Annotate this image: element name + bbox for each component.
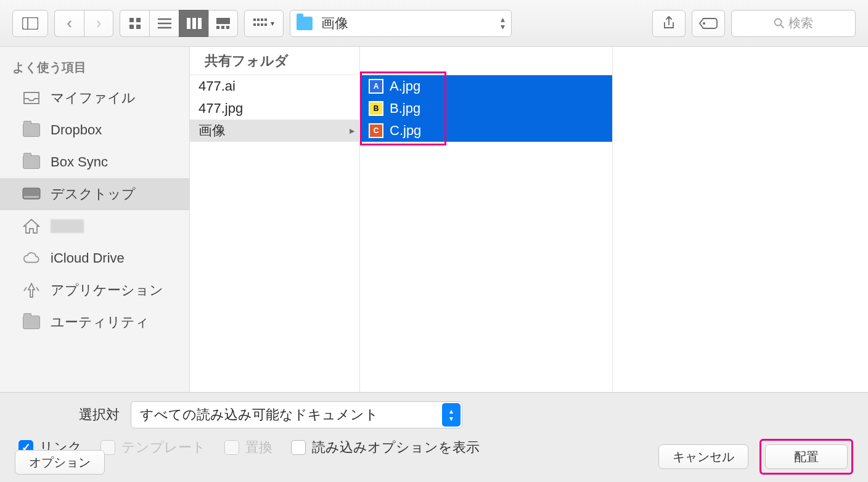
column-browser: 共有フォルダ 477.ai 477.jpg 画像 A A.jpg B B.jpg… <box>190 47 868 392</box>
chevron-right-icon: › <box>96 14 102 33</box>
list-icon <box>158 18 171 29</box>
svg-rect-16 <box>253 18 256 21</box>
tray-icon <box>22 90 41 106</box>
sidebar-toggle-button[interactable] <box>12 10 48 37</box>
sidebar-item-applications[interactable]: アプリケーション <box>0 274 189 306</box>
column-2: A A.jpg B B.jpg C C.jpg <box>360 47 613 392</box>
svg-rect-23 <box>264 23 267 26</box>
cloud-icon <box>22 250 41 266</box>
sidebar-item-label: ユーティリティ <box>51 313 149 332</box>
svg-line-26 <box>781 25 784 28</box>
file-type-select[interactable]: すべての読み込み可能なドキュメント ▴▾ <box>131 401 462 428</box>
sidebar-item-myfiles[interactable]: マイファイル <box>0 82 189 114</box>
column-1: 共有フォルダ 477.ai 477.jpg 画像 <box>190 47 360 392</box>
svg-rect-15 <box>226 26 229 29</box>
home-icon <box>22 218 41 234</box>
folder-icon <box>297 17 313 30</box>
sidebar: よく使う項目 マイファイル Dropbox Box Sync デスクトップ iC… <box>0 47 190 392</box>
sidebar-item-label: デスクトップ <box>51 185 136 203</box>
cancel-button[interactable]: キャンセル <box>658 444 748 469</box>
column-3 <box>613 47 868 392</box>
svg-rect-0 <box>23 17 38 29</box>
image-thumb-icon: B <box>369 101 383 116</box>
sidebar-item-desktop[interactable]: デスクトップ <box>0 178 189 210</box>
icon-view-button[interactable] <box>120 10 149 37</box>
file-name: A.jpg <box>390 78 420 94</box>
file-name: C.jpg <box>390 123 421 139</box>
tags-button[interactable] <box>692 10 725 37</box>
place-button-label: 配置 <box>794 449 819 465</box>
grid-icon <box>129 17 141 30</box>
path-bar[interactable]: 画像 ▴▾ <box>290 10 512 37</box>
sidebar-icon <box>22 17 38 30</box>
gallery-view-button[interactable] <box>208 10 238 37</box>
svg-rect-4 <box>129 25 134 29</box>
applications-icon <box>22 282 41 298</box>
sidebar-item-dropbox[interactable]: Dropbox <box>0 114 189 146</box>
svg-rect-12 <box>216 18 230 24</box>
image-thumb-icon: C <box>369 123 383 138</box>
cancel-button-label: キャンセル <box>673 449 734 465</box>
sidebar-item-label: マイファイル <box>51 89 136 107</box>
back-button[interactable]: ‹ <box>54 10 84 37</box>
svg-rect-9 <box>187 18 190 29</box>
sidebar-item-boxsync[interactable]: Box Sync <box>0 146 189 178</box>
forward-button[interactable]: › <box>84 10 113 37</box>
options-button[interactable]: オプション <box>15 450 105 475</box>
list-item[interactable]: A A.jpg <box>360 75 612 97</box>
path-chevrons-icon: ▴▾ <box>501 16 505 30</box>
svg-rect-28 <box>24 196 39 198</box>
svg-rect-20 <box>253 23 256 26</box>
bottom-panel: 選択対 すべての読み込み可能なドキュメント ▴▾ リンク テンプレート 置換 読… <box>0 392 868 482</box>
gallery-icon <box>216 18 230 29</box>
show-import-options-label: 読み込みオプションを表示 <box>312 438 480 457</box>
chevron-down-icon: ▾ <box>271 19 274 28</box>
path-label: 画像 <box>321 14 348 33</box>
share-icon <box>663 16 675 31</box>
sidebar-item-label <box>51 219 84 233</box>
column-header-empty <box>360 47 612 75</box>
list-item-folder[interactable]: 画像 <box>190 120 359 142</box>
sidebar-item-label: Dropbox <box>51 122 102 138</box>
nav-group: ‹ › <box>54 10 113 37</box>
column-view-button[interactable] <box>179 10 208 37</box>
file-name: B.jpg <box>390 100 420 116</box>
list-item[interactable]: C C.jpg <box>360 120 612 142</box>
svg-rect-21 <box>257 23 260 26</box>
file-name: 477.ai <box>199 78 235 94</box>
toolbar: ‹ › ▾ 画像 ▴▾ 検索 <box>0 0 868 47</box>
place-button[interactable]: 配置 <box>765 444 848 469</box>
sidebar-item-home[interactable] <box>0 210 189 242</box>
columns-icon <box>187 18 202 29</box>
chevron-left-icon: ‹ <box>67 14 72 33</box>
replace-checkbox-label: 置換 <box>245 438 272 457</box>
sidebar-item-label: iCloud Drive <box>51 250 125 266</box>
arrange-icon <box>253 18 268 28</box>
show-import-options-checkbox[interactable] <box>291 440 306 455</box>
list-view-button[interactable] <box>149 10 179 37</box>
sidebar-item-utilities[interactable]: ユーティリティ <box>0 306 189 338</box>
search-field[interactable]: 検索 <box>731 10 856 37</box>
filter-label: 選択対 <box>15 406 120 424</box>
arrange-button[interactable]: ▾ <box>244 10 284 37</box>
select-value: すべての読み込み可能なドキュメント <box>140 406 379 424</box>
share-button[interactable] <box>652 10 686 37</box>
view-mode-group <box>120 10 238 37</box>
list-item[interactable]: 477.ai <box>190 75 359 97</box>
svg-rect-11 <box>198 18 202 29</box>
list-item[interactable]: 477.jpg <box>190 97 359 120</box>
svg-rect-10 <box>192 18 196 29</box>
svg-rect-2 <box>129 18 134 22</box>
sidebar-item-icloud[interactable]: iCloud Drive <box>0 242 189 274</box>
search-icon <box>774 18 785 29</box>
file-name: 477.jpg <box>199 100 243 116</box>
folder-icon <box>22 154 41 170</box>
folder-icon <box>22 122 41 138</box>
list-item[interactable]: B B.jpg <box>360 97 612 120</box>
svg-rect-19 <box>264 18 267 21</box>
svg-rect-3 <box>136 18 141 22</box>
svg-rect-14 <box>221 26 224 29</box>
options-button-label: オプション <box>29 454 91 471</box>
column-header: 共有フォルダ <box>190 47 359 75</box>
sidebar-item-label: アプリケーション <box>51 281 163 300</box>
